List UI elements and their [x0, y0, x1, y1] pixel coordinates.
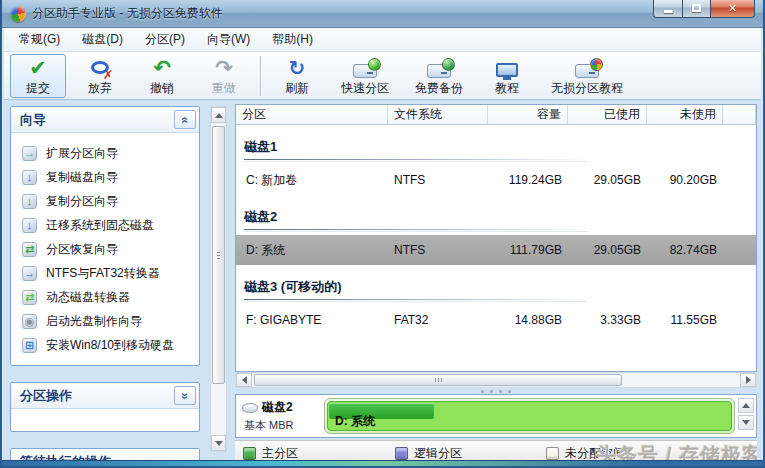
sidebar-scrollbar[interactable] [210, 106, 227, 452]
commit-button[interactable]: ✔ 提交 [10, 54, 66, 98]
window-controls: ✕ [653, 0, 755, 18]
minimize-button[interactable] [653, 0, 683, 18]
disk-group-2: 磁盘2 D: 系统 NTFS 111.79GB 29.05GB 82.74GB [236, 208, 756, 265]
status-legend-bar: 主分区 逻辑分区 未分配空间 头条号 / 存储极客 [235, 440, 757, 460]
expand-button[interactable]: » [174, 386, 196, 405]
collapse-button[interactable]: « [174, 110, 196, 129]
table-header: 分区 文件系统 容量 已使用 未使用 [236, 105, 756, 125]
disk-panel-scrollbar [738, 398, 754, 434]
window-title: 分区助手专业版 - 无损分区免费软件 [32, 5, 223, 22]
table-row-c[interactable]: C: 新加卷 NTFS 119.24GB 29.05GB 90.20GB [236, 165, 756, 195]
partition-operations-panel: 分区操作 » [10, 382, 200, 432]
watermark-text: 头条号 / 存储极客 [596, 442, 757, 460]
column-capacity[interactable]: 容量 [488, 105, 568, 124]
partition-operations-title: 分区操作 [20, 387, 72, 405]
discard-label: 放弃 [88, 80, 112, 97]
disk-group-1: 磁盘1 C: 新加卷 NTFS 119.24GB 29.05GB 90.20GB [236, 138, 756, 195]
lossless-tutorial-label: 无损分区教程 [551, 80, 623, 97]
sidebar-item-partition-recovery-wizard[interactable]: ⇄ 分区恢复向导 [11, 237, 199, 261]
disk-scroll-down-button[interactable] [738, 415, 754, 430]
sidebar-item-extend-partition-wizard[interactable]: → 扩展分区向导 [11, 141, 199, 165]
column-used[interactable]: 已使用 [568, 105, 647, 124]
refresh-icon: ↻ [289, 58, 306, 78]
disk-label-block[interactable]: 磁盘2 基本 MBR [240, 398, 320, 434]
disk-icon [242, 403, 258, 413]
redo-button: ↷ 重做 [196, 54, 252, 98]
discard-icon: ✗ [91, 56, 109, 80]
redo-icon: ↷ [215, 57, 233, 78]
quick-partition-label: 快速分区 [341, 80, 389, 97]
quick-partition-button[interactable]: 快速分区 [331, 54, 399, 98]
menu-item-general[interactable]: 常规(G) [8, 28, 71, 51]
sidebar: 向导 « → 扩展分区向导 ↓ 复制磁盘向导 ↓ 复制分区向导 [6, 100, 206, 460]
table-horizontal-scrollbar[interactable] [235, 372, 757, 388]
partition-operations-header[interactable]: 分区操作 » [11, 383, 199, 409]
sidebar-item-bootable-cd-wizard[interactable]: ◉ 启动光盘制作向导 [11, 309, 199, 333]
table-row-d-selected[interactable]: D: 系统 NTFS 111.79GB 29.05GB 82.74GB [236, 235, 756, 265]
tutorial-button[interactable]: 教程 [479, 54, 535, 98]
minimize-icon [664, 10, 673, 13]
undo-button[interactable]: ↶ 撤销 [134, 54, 190, 98]
windows-icon: ⊞ [22, 338, 37, 353]
column-unused[interactable]: 未使用 [647, 105, 723, 124]
lossless-tutorial-button[interactable]: 无损分区教程 [541, 54, 633, 98]
commit-label: 提交 [26, 80, 50, 97]
table-row-f[interactable]: F: GIGABYTE FAT32 14.88GB 3.33GB 11.55GB [236, 305, 756, 335]
scroll-down-icon [215, 441, 223, 446]
sidebar-item-copy-partition-wizard[interactable]: ↓ 复制分区向导 [11, 189, 199, 213]
scroll-up-icon [215, 113, 223, 118]
scroll-down-button[interactable] [211, 435, 226, 451]
sidebar-item-install-win-to-usb[interactable]: ⊞ 安装Win8/10到移动硬盘 [11, 333, 199, 357]
refresh-button[interactable]: ↻ 刷新 [269, 54, 325, 98]
sidebar-item-dynamic-disk-converter[interactable]: ⇄ 动态磁盘转换器 [11, 285, 199, 309]
wizards-panel: 向导 « → 扩展分区向导 ↓ 复制磁盘向导 ↓ 复制分区向导 [10, 106, 200, 366]
sidebar-item-copy-disk-wizard[interactable]: ↓ 复制磁盘向导 [11, 165, 199, 189]
sidebar-item-migrate-os-to-ssd[interactable]: ↓ 迁移系统到固态磁盘 [11, 213, 199, 237]
extend-partition-icon: → [22, 146, 37, 161]
unallocated-swatch [546, 447, 559, 460]
sidebar-item-ntfs-fat32-converter[interactable]: → NTFS与FAT32转换器 [11, 261, 199, 285]
disk-type: 基本 MBR [244, 418, 318, 433]
hscrollbar-thumb[interactable] [254, 374, 622, 386]
column-partition[interactable]: 分区 [236, 105, 388, 124]
disk-scroll-up-button[interactable] [738, 398, 754, 413]
pending-operations-header[interactable]: 等待执行的操作 [11, 449, 199, 460]
partition-bar-d[interactable]: D: 系统 [327, 401, 732, 431]
scroll-up-button[interactable] [211, 107, 226, 123]
legend-logical-partition: 逻辑分区 [395, 445, 462, 460]
maximize-button[interactable] [683, 0, 711, 18]
toolbar-separator [260, 56, 261, 96]
tutorial-icon [496, 56, 518, 80]
column-filler [723, 105, 756, 124]
free-backup-button[interactable]: 免费备份 [405, 54, 473, 98]
wizards-panel-header[interactable]: 向导 « [11, 107, 199, 133]
close-icon: ✕ [728, 2, 737, 15]
main-area: 分区 文件系统 容量 已使用 未使用 磁盘1 C: 新加卷 NTFS 119.2… [235, 100, 757, 460]
workspace: 向导 « → 扩展分区向导 ↓ 复制磁盘向导 ↓ 复制分区向导 [4, 100, 761, 460]
title-bar[interactable]: 分区助手专业版 - 无损分区免费软件 ✕ [2, 0, 763, 28]
menu-item-help[interactable]: 帮助(H) [261, 28, 324, 51]
menu-item-wizard[interactable]: 向导(W) [196, 28, 261, 51]
undo-label: 撤销 [150, 80, 174, 97]
lossless-tutorial-icon [575, 56, 599, 80]
menu-item-partition[interactable]: 分区(P) [134, 28, 196, 51]
scroll-left-button[interactable] [236, 373, 252, 387]
discard-button[interactable]: ✗ 放弃 [72, 54, 128, 98]
maximize-icon [692, 4, 701, 12]
column-filesystem[interactable]: 文件系统 [388, 105, 488, 124]
pending-operations-panel: 等待执行的操作 [10, 448, 200, 460]
refresh-label: 刷新 [285, 80, 309, 97]
scrollbar-thumb[interactable] [212, 126, 225, 384]
toolbar: ✔ 提交 ✗ 放弃 ↶ 撤销 ↷ 重做 ↻ 刷新 快速分区 免费备份 [4, 52, 761, 100]
quick-partition-icon [353, 56, 377, 80]
scroll-right-icon [746, 376, 751, 384]
menu-item-disk[interactable]: 磁盘(D) [71, 28, 134, 51]
scroll-down-icon [742, 420, 750, 425]
chevron-down-icon: » [179, 392, 191, 399]
close-button[interactable]: ✕ [711, 0, 755, 18]
app-logo-icon [10, 6, 26, 22]
free-backup-icon [427, 56, 451, 80]
free-backup-label: 免费备份 [415, 80, 463, 97]
bootable-cd-icon: ◉ [22, 314, 37, 329]
scroll-right-button[interactable] [740, 373, 756, 387]
